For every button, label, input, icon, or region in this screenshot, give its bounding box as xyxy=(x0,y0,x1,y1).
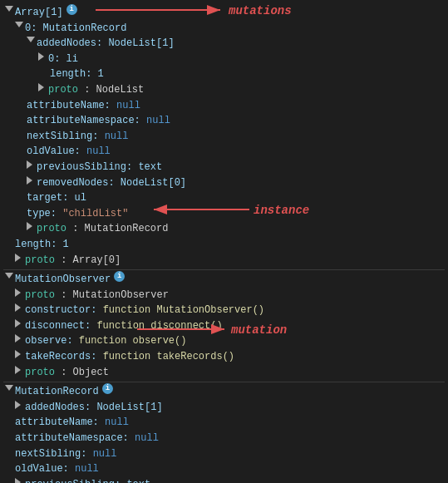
mr2-attrns-row: attributeNamespace: null xyxy=(3,431,445,446)
observe-row[interactable]: observe: function observe() xyxy=(3,333,445,349)
attrns-row: attributeNamespace: null xyxy=(3,113,445,129)
observe-val: function observe() xyxy=(79,333,187,349)
disconnect-val: function disconnect() xyxy=(96,318,222,334)
removednodes-key: removedNodes: NodeList[0] xyxy=(37,175,186,191)
mr-proto-key: proto xyxy=(37,221,66,237)
prevsibling-key: previousSibling: text xyxy=(37,160,162,175)
length1-key: length: 1 xyxy=(50,67,104,82)
divider1 xyxy=(3,269,445,270)
takerecords-key: takeRecords: xyxy=(25,349,103,365)
constructor-row[interactable]: constructor: function MutationObserver() xyxy=(3,303,445,318)
target-key: target: ul xyxy=(27,190,86,206)
instance-annotation: instance xyxy=(254,202,309,220)
length1-top-key: length: 1 xyxy=(15,237,69,253)
oldvalue-key: oldValue: xyxy=(27,144,86,160)
expand-prevsibling-icon[interactable] xyxy=(27,160,35,169)
observe-key: observe: xyxy=(25,333,79,349)
mr2-attrname-val: null xyxy=(105,415,129,431)
mutationrecord-header[interactable]: MutationRecord i xyxy=(3,384,445,400)
expand-mr2-addednodes-icon[interactable] xyxy=(15,401,23,409)
expand-array-proto-icon[interactable] xyxy=(15,254,23,262)
mr2-prevsibling-key: previousSibling: text xyxy=(25,477,150,483)
added-nodes-row[interactable]: addedNodes: NodeList[1] xyxy=(3,36,445,52)
mr2-attrname-key: attributeName: xyxy=(15,415,105,431)
takerecords-val: function takeRecords() xyxy=(103,349,234,365)
length1-row: length: 1 xyxy=(3,67,445,82)
addednodes-proto-row[interactable]: proto : NodeList xyxy=(3,82,445,98)
addednodes-key: addedNodes: NodeList[1] xyxy=(37,36,175,52)
expand-addednodes-icon[interactable] xyxy=(27,37,35,45)
mr-proto-row[interactable]: proto : MutationRecord xyxy=(3,221,445,237)
disconnect-row[interactable]: disconnect: function disconnect() xyxy=(3,318,445,334)
mr2-nextsibling-row: nextSibling: null xyxy=(3,446,445,462)
mr2-nextsibling-key: nextSibling: xyxy=(15,446,93,462)
addednodes-proto-val: : NodeList xyxy=(78,82,144,98)
mr2-oldvalue-row: oldValue: null xyxy=(3,461,445,477)
expand-mr2-prevsibling-icon[interactable] xyxy=(15,478,23,483)
expand-disconnect-icon[interactable] xyxy=(15,319,23,328)
mr2-addednodes-row[interactable]: addedNodes: NodeList[1] xyxy=(3,400,445,416)
array-proto-key: proto xyxy=(25,253,55,269)
mr2-attrname-row: attributeName: null xyxy=(3,415,445,431)
expand-takerecords-icon[interactable] xyxy=(15,350,23,358)
mr2-attrns-key: attributeNamespace: xyxy=(15,431,135,446)
mutation-record-0[interactable]: 0: MutationRecord xyxy=(3,21,445,37)
expand-removednodes-icon[interactable] xyxy=(27,176,35,185)
target-row: target: ul xyxy=(3,190,445,206)
array-proto-val: : Array[0] xyxy=(55,253,121,269)
array-proto-row[interactable]: proto : Array[0] xyxy=(3,253,445,269)
nextsibling-row: nextSibling: null xyxy=(3,129,445,145)
expand-mr-proto-icon[interactable] xyxy=(27,222,35,230)
mr2-oldvalue-val: null xyxy=(75,461,99,477)
type-key: type: xyxy=(27,206,62,222)
nextsibling-val: null xyxy=(105,129,129,145)
array1-info-icon[interactable]: i xyxy=(66,4,77,15)
expand-mo-inner-proto-icon[interactable] xyxy=(15,366,23,374)
expand-constructor-icon[interactable] xyxy=(15,303,23,312)
expand-mr-header-icon[interactable] xyxy=(5,385,13,393)
mr-label: MutationRecord xyxy=(15,384,99,400)
expand-addednodes-proto-icon[interactable] xyxy=(38,83,47,91)
mr-proto-val: : MutationRecord xyxy=(66,221,168,237)
mo-proto-row[interactable]: proto : MutationObserver xyxy=(3,288,445,303)
addednodes-proto-key: proto xyxy=(48,82,78,98)
mr2-addednodes-key: addedNodes: NodeList[1] xyxy=(25,400,163,416)
mo-inner-proto-row[interactable]: proto : Object xyxy=(3,365,445,381)
mutationobserver-header[interactable]: MutationObserver i xyxy=(3,272,445,288)
oldvalue-val: null xyxy=(86,144,111,160)
expand-mo-proto-icon[interactable] xyxy=(15,288,23,297)
mo-label: MutationObserver xyxy=(15,272,111,288)
attrns-key: attributeNamespace: xyxy=(27,113,146,129)
attrname-key: attributeName: xyxy=(27,98,116,114)
console-area: mutations instance mutation Array[1] i 0… xyxy=(0,0,448,483)
mo-inner-proto-key: proto xyxy=(25,365,55,381)
mr2-nextsibling-val: null xyxy=(93,446,117,462)
mutation-annotation: mutation xyxy=(231,322,287,340)
expand-mr0-icon[interactable] xyxy=(15,22,23,30)
expand-mo-icon[interactable] xyxy=(5,273,13,281)
array1-header[interactable]: Array[1] i xyxy=(3,5,445,21)
mr2-prevsibling-row[interactable]: previousSibling: text xyxy=(3,477,445,483)
mr2-oldvalue-key: oldValue: xyxy=(15,461,75,477)
takerecords-row[interactable]: takeRecords: function takeRecords() xyxy=(3,349,445,365)
mo-proto-key: proto xyxy=(25,288,55,303)
li-item-row[interactable]: 0: li xyxy=(3,52,445,67)
expand-array1-icon[interactable] xyxy=(5,6,13,14)
removednodes-row[interactable]: removedNodes: NodeList[0] xyxy=(3,175,445,191)
constructor-val: function MutationObserver() xyxy=(103,303,264,318)
type-row: type: "childList" xyxy=(3,206,445,222)
divider2 xyxy=(3,382,445,382)
mo-proto-val: : MutationObserver xyxy=(55,288,169,303)
length1-top-row: length: 1 xyxy=(3,237,445,253)
attrns-val: null xyxy=(146,113,170,129)
mo-inner-proto-val: : Object xyxy=(55,365,109,381)
expand-li-icon[interactable] xyxy=(38,52,47,61)
mr-info-icon[interactable]: i xyxy=(102,383,113,394)
attrname-val: null xyxy=(116,98,140,114)
mo-info-icon[interactable]: i xyxy=(114,271,125,282)
prevsibling-row[interactable]: previousSibling: text xyxy=(3,160,445,175)
mutations-annotation: mutations xyxy=(229,2,292,21)
expand-observe-icon[interactable] xyxy=(15,334,23,343)
mr0-key: 0: MutationRecord xyxy=(25,21,126,37)
array1-label: Array[1] xyxy=(15,5,63,21)
